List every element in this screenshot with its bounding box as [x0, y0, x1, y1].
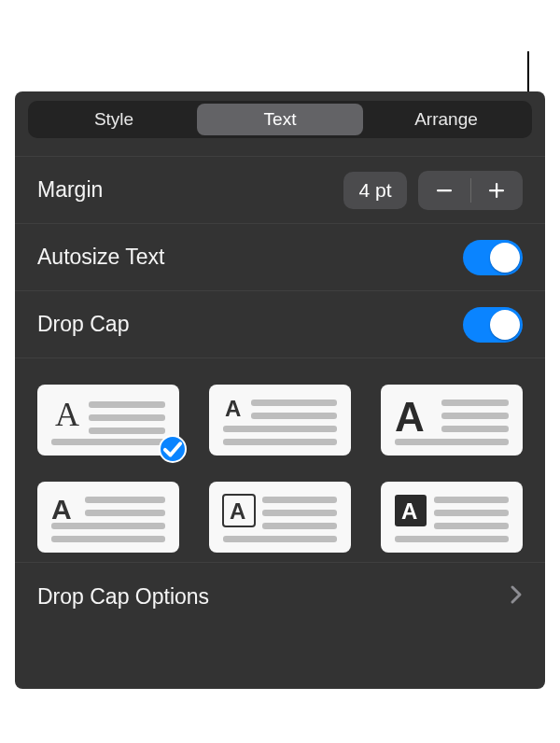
svg-rect-26 — [262, 510, 337, 516]
dropcap-style-3[interactable]: A — [381, 385, 523, 456]
dropcap-label: Drop Cap — [37, 312, 463, 337]
format-panel: Style Text Arrange Margin 4 pt Autosize … — [15, 91, 545, 689]
chevron-right-icon — [510, 584, 523, 609]
svg-text:A: A — [55, 396, 79, 433]
svg-rect-10 — [251, 413, 337, 419]
svg-rect-2 — [496, 183, 497, 198]
svg-rect-31 — [434, 497, 509, 503]
dropcap-styles-grid: A A A — [15, 358, 545, 563]
dropcap-preview-icon: A — [47, 394, 170, 446]
dropcap-style-1[interactable]: A — [37, 385, 179, 456]
format-tabs: Style Text Arrange — [28, 101, 532, 138]
toggle-knob — [490, 243, 520, 273]
dropcap-preview-icon: A — [218, 394, 342, 446]
dropcap-style-5[interactable]: A — [209, 482, 351, 553]
svg-rect-6 — [89, 428, 165, 434]
dropcap-preview-icon: A — [390, 394, 513, 446]
svg-rect-7 — [51, 439, 165, 445]
svg-text:A: A — [51, 494, 72, 525]
svg-rect-11 — [223, 426, 337, 432]
svg-rect-25 — [262, 497, 337, 503]
toggle-knob — [490, 310, 520, 340]
svg-rect-22 — [51, 536, 165, 542]
dropcap-style-2[interactable]: A — [209, 385, 351, 456]
svg-rect-5 — [89, 414, 165, 421]
svg-rect-27 — [262, 523, 337, 529]
svg-text:A: A — [225, 396, 241, 421]
svg-rect-15 — [441, 413, 509, 419]
svg-rect-28 — [223, 536, 337, 542]
panel-divider — [15, 146, 545, 157]
plus-icon — [487, 181, 506, 200]
svg-rect-32 — [434, 510, 509, 516]
svg-rect-19 — [85, 497, 165, 503]
margin-decrease-button[interactable] — [418, 171, 470, 210]
margin-row: Margin 4 pt — [15, 157, 545, 224]
svg-rect-21 — [51, 523, 165, 529]
svg-text:A: A — [230, 498, 245, 524]
margin-label: Margin — [37, 177, 343, 203]
dropcap-preview-icon: A — [390, 491, 513, 543]
margin-controls: 4 pt — [343, 171, 523, 210]
svg-rect-0 — [437, 189, 452, 191]
minus-icon — [435, 181, 454, 200]
svg-rect-33 — [434, 523, 509, 529]
svg-text:A: A — [395, 394, 425, 440]
svg-rect-14 — [441, 400, 509, 406]
tab-arrange[interactable]: Arrange — [363, 104, 529, 135]
margin-increase-button[interactable] — [471, 171, 524, 210]
svg-rect-20 — [85, 510, 165, 516]
autosize-row: Autosize Text — [15, 224, 545, 291]
dropcap-style-4[interactable]: A — [37, 482, 179, 553]
tab-text[interactable]: Text — [197, 104, 363, 135]
dropcap-preview-icon: A — [47, 491, 170, 543]
dropcap-toggle[interactable] — [463, 307, 523, 343]
svg-rect-9 — [251, 400, 337, 406]
tab-style[interactable]: Style — [31, 104, 197, 135]
svg-rect-34 — [395, 536, 509, 542]
dropcap-style-6[interactable]: A — [381, 482, 523, 553]
svg-text:A: A — [401, 498, 417, 524]
selected-check-icon — [159, 435, 187, 463]
svg-rect-17 — [395, 439, 509, 445]
dropcap-preview-icon: A — [218, 491, 342, 543]
margin-stepper — [418, 171, 523, 210]
svg-rect-4 — [89, 401, 165, 408]
dropcap-options-row[interactable]: Drop Cap Options — [15, 563, 545, 630]
dropcap-row: Drop Cap — [15, 291, 545, 358]
dropcap-options-label: Drop Cap Options — [37, 584, 510, 610]
autosize-toggle[interactable] — [463, 240, 523, 275]
autosize-label: Autosize Text — [37, 245, 463, 270]
svg-rect-16 — [441, 426, 509, 432]
svg-rect-12 — [223, 439, 337, 445]
margin-value[interactable]: 4 pt — [343, 172, 407, 209]
